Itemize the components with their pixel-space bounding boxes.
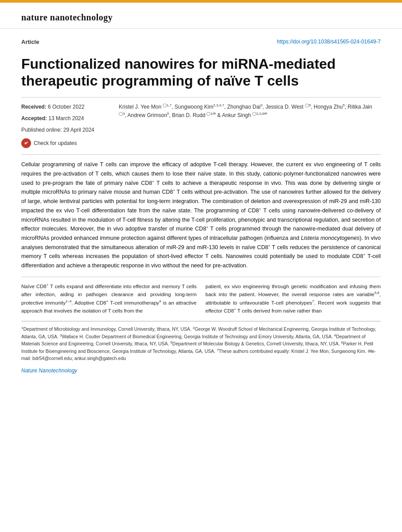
footer-journal-name: Nature Nanotechnology [21,367,381,375]
journal-name-bold: nanotechnology [50,12,113,22]
abstract-text: Cellular programming of naïve T cells ca… [21,160,381,270]
authors-text: Kristel J. Yee Mon ◯1,7, Sungwoong Kim2,… [119,104,374,118]
accepted-label: Accepted: [21,115,48,121]
body-col2-text: patient, ex vivo engineering through gen… [206,282,381,315]
accepted-value: 13 March 2024 [48,115,84,121]
body-column-1: Naïve CD8+ T cells expand and differenti… [21,282,197,315]
abstract-divider [21,154,381,155]
received-value: 6 October 2022 [48,104,85,110]
check-updates-icon: 🗸 [21,138,31,148]
received-label: Received: [21,104,48,110]
body-col1-text: Naïve CD8+ T cells expand and differenti… [21,282,197,315]
title-divider [21,97,381,98]
accepted-date: Accepted: 13 March 2024 [21,114,110,122]
body-divider [21,277,381,277]
journal-header: nature nanotechnology [0,3,402,29]
meta-dates: Received: 6 October 2022 Accepted: 13 Ma… [21,103,110,148]
authors-block: Kristel J. Yee Mon ◯1,7, Sungwoong Kim2,… [119,103,381,148]
body-column-2: patient, ex vivo engineering through gen… [206,282,381,315]
received-date: Received: 6 October 2022 [21,103,110,111]
journal-name: nature nanotechnology [21,12,113,22]
footnotes-text: 1Department of Microbiology and Immunolo… [21,326,376,361]
article-content: https://doi.org/10.1038/s41565-024-01649… [0,29,402,383]
published-value: Published online: 29 April 2024 [21,127,94,133]
meta-authors-block: Received: 6 October 2022 Accepted: 13 Ma… [21,103,381,148]
body-columns: Naïve CD8+ T cells expand and differenti… [21,282,381,315]
footnotes: 1Department of Microbiology and Immunolo… [21,321,381,362]
abstract-section: Cellular programming of naïve T cells ca… [21,160,381,270]
article-title: Functionalized nanowires for miRNA-media… [21,55,381,90]
article-header: https://doi.org/10.1038/s41565-024-01649… [21,38,381,49]
published-date: Published online: 29 April 2024 [21,126,110,134]
check-updates-label: Check for updates [34,139,77,147]
journal-name-plain: nature [21,12,50,22]
doi-link[interactable]: https://doi.org/10.1038/s41565-024-01649… [277,38,381,46]
check-updates-block[interactable]: 🗸 Check for updates [21,138,110,148]
